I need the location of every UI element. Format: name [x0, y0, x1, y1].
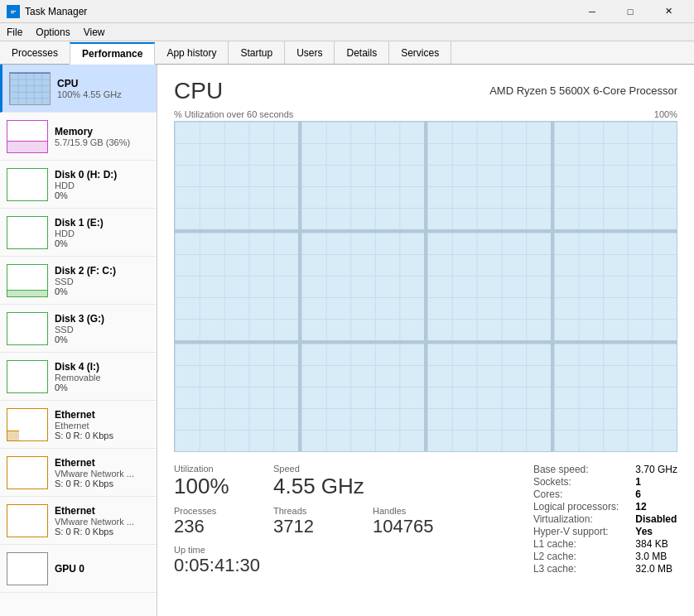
cpu-info-grid: Base speed: 3.70 GHz Sockets: 1 Cores: 6…	[533, 464, 677, 576]
sidebar-item-disk2[interactable]: Disk 2 (F: C:) SSD 0%	[0, 257, 157, 305]
cpu-cell-3	[554, 122, 677, 229]
tab-performance[interactable]: Performance	[70, 42, 155, 65]
cpu-cell-5	[301, 233, 425, 340]
tab-services[interactable]: Services	[388, 41, 451, 64]
memory-mini-graph	[7, 120, 48, 153]
stat-threads: Threads 3712	[273, 506, 348, 537]
hyper-value: Yes	[635, 526, 677, 537]
disk0-mini-graph	[7, 168, 48, 201]
eth2-value: S: 0 R: 0 Kbps	[55, 479, 134, 488]
disk3-label: Disk 3 (G:)	[55, 313, 104, 325]
menu-options[interactable]: Options	[29, 23, 76, 41]
sidebar-item-disk1[interactable]: Disk 1 (E:) HDD 0%	[0, 209, 157, 257]
cores-value: 6	[635, 488, 677, 500]
main-container: CPU 100% 4.55 GHz Memory 5.7/15.9 GB (36…	[0, 65, 694, 616]
disk1-label: Disk 1 (E:)	[55, 217, 104, 229]
l3-value: 32.0 MB	[635, 563, 677, 575]
eth2-mini-graph	[7, 456, 48, 489]
disk2-label: Disk 2 (F: C:)	[55, 265, 116, 277]
stats-row-2: Processes 236 Threads 3712 Handles 10476…	[174, 506, 533, 537]
eth3-mini-graph	[7, 504, 48, 537]
stat-processes: Processes 236	[174, 506, 248, 537]
eth3-sub: VMware Network ...	[55, 517, 134, 527]
disk0-label: Disk 0 (H: D:)	[55, 169, 117, 180]
cpu-sub: 100% 4.55 GHz	[57, 89, 122, 99]
title-bar: Task Manager ─ □ ✕	[0, 0, 694, 23]
eth2-sub: VMware Network ...	[55, 469, 134, 479]
cpu-cell-0	[175, 122, 298, 229]
utilization-stat-value: 100%	[174, 474, 248, 499]
l1-label: L1 cache:	[533, 538, 619, 550]
l1-value: 384 KB	[635, 538, 677, 550]
sidebar-item-gpu0[interactable]: GPU 0	[0, 545, 157, 593]
utilization-stat-label: Utilization	[174, 464, 248, 474]
handles-stat-value: 104765	[373, 516, 447, 537]
tab-users[interactable]: Users	[284, 41, 335, 64]
sockets-label: Sockets:	[533, 476, 619, 488]
sidebar-item-eth2[interactable]: Ethernet VMware Network ... S: 0 R: 0 Kb…	[0, 449, 157, 497]
hyper-label: Hyper-V support:	[533, 526, 619, 537]
minimize-button[interactable]: ─	[573, 0, 611, 23]
disk4-mini-graph	[7, 360, 48, 393]
tab-app-history[interactable]: App history	[154, 41, 229, 64]
cpu-cell-4	[175, 233, 298, 340]
tab-processes[interactable]: Processes	[0, 41, 70, 64]
stat-utilization: Utilization 100%	[174, 464, 248, 499]
stats-row-3: Up time 0:05:41:30	[174, 545, 533, 576]
l2-value: 3.0 MB	[635, 551, 677, 562]
memory-sub: 5.7/15.9 GB (36%)	[55, 137, 130, 147]
disk3-type: SSD	[55, 325, 104, 334]
utilization-label: % Utilization over 60 seconds	[174, 109, 293, 119]
sidebar-item-memory[interactable]: Memory 5.7/15.9 GB (36%)	[0, 113, 157, 161]
cpu-cell-2	[427, 122, 551, 229]
window-controls: ─ □ ✕	[573, 0, 687, 23]
tab-startup[interactable]: Startup	[228, 41, 285, 64]
app-icon	[7, 5, 20, 18]
sidebar-item-cpu[interactable]: CPU 100% 4.55 GHz	[0, 65, 157, 113]
menu-file[interactable]: File	[0, 23, 29, 41]
content-area: CPU AMD Ryzen 5 5600X 6-Core Processor %…	[157, 65, 694, 616]
content-header: CPU AMD Ryzen 5 5600X 6-Core Processor	[174, 78, 677, 104]
memory-label: Memory	[55, 126, 130, 137]
utilization-max: 100%	[654, 109, 677, 119]
stats-row-1: Utilization 100% Speed 4.55 GHz	[174, 464, 533, 499]
speed-stat-label: Speed	[273, 464, 364, 474]
cpu-cell-1	[301, 122, 425, 229]
cpu-cell-8	[175, 344, 298, 451]
cpu-cell-7	[554, 233, 677, 340]
tab-details[interactable]: Details	[334, 41, 389, 64]
eth1-mini-graph	[7, 408, 48, 441]
sidebar-item-disk3[interactable]: Disk 3 (G:) SSD 0%	[0, 305, 157, 353]
uptime-stat-value: 0:05:41:30	[174, 555, 260, 576]
sidebar-item-eth3[interactable]: Ethernet VMware Network ... S: 0 R: 0 Kb…	[0, 497, 157, 545]
eth3-label: Ethernet	[55, 505, 134, 517]
logical-label: Logical processors:	[533, 501, 619, 513]
disk2-type: SSD	[55, 277, 116, 286]
disk4-label: Disk 4 (I:)	[55, 361, 101, 373]
cpu-subtitle: AMD Ryzen 5 5600X 6-Core Processor	[489, 78, 677, 97]
speed-stat-value: 4.55 GHz	[273, 474, 364, 499]
maximize-button[interactable]: □	[611, 0, 649, 23]
stat-speed: Speed 4.55 GHz	[273, 464, 364, 499]
menu-view[interactable]: View	[77, 23, 112, 41]
eth3-value: S: 0 R: 0 Kbps	[55, 527, 134, 537]
uptime-stat-label: Up time	[174, 545, 260, 555]
disk0-type: HDD	[55, 180, 117, 190]
sidebar-item-disk4[interactable]: Disk 4 (I:) Removable 0%	[0, 353, 157, 401]
processes-stat-label: Processes	[174, 506, 248, 516]
stats-left: Utilization 100% Speed 4.55 GHz Processe…	[174, 464, 533, 576]
disk3-mini-graph	[7, 312, 48, 345]
window-title: Task Manager	[25, 6, 87, 17]
processes-stat-value: 236	[174, 516, 248, 537]
disk4-value: 0%	[55, 383, 101, 392]
disk1-mini-graph	[7, 216, 48, 249]
cores-label: Cores:	[533, 488, 619, 500]
eth1-label: Ethernet	[55, 409, 113, 421]
cpu-mini-graph	[9, 72, 51, 105]
sidebar-item-eth1[interactable]: Ethernet Ethernet S: 0 R: 0 Kbps	[0, 401, 157, 449]
stat-uptime: Up time 0:05:41:30	[174, 545, 260, 576]
sidebar-item-disk0[interactable]: Disk 0 (H: D:) HDD 0%	[0, 161, 157, 209]
utilization-label-row: % Utilization over 60 seconds 100%	[174, 109, 677, 119]
close-button[interactable]: ✕	[649, 0, 687, 23]
cpu-title: CPU	[174, 78, 223, 104]
